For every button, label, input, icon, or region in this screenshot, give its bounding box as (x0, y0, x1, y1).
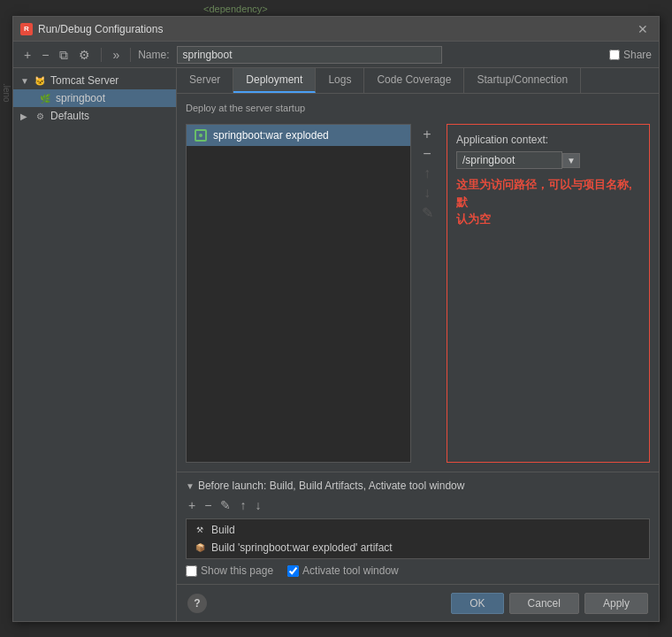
war-exploded-icon (194, 128, 208, 142)
add-config-button[interactable]: + (20, 47, 34, 63)
deployment-content: Deploy at the server startup springboot:… (177, 94, 659, 472)
list-item[interactable]: ⚒ Build (187, 521, 649, 539)
activate-tool-checkbox[interactable] (287, 565, 299, 577)
artifact-action-buttons: + − ↑ ↓ ✎ (418, 124, 436, 463)
tree-item-tomcat[interactable]: ▼ 🐱 Tomcat Server (13, 72, 176, 89)
app-context-input-row: ▼ (456, 151, 640, 169)
name-label: Name: (138, 49, 169, 61)
action-buttons: OK Cancel Apply (451, 593, 648, 614)
edit-artifact-button[interactable]: ✎ (418, 203, 436, 221)
bl-up-button[interactable]: ↑ (237, 497, 248, 513)
before-launch-label: Before launch: Build, Build Artifacts, A… (198, 480, 465, 492)
build-icon: ⚒ (194, 524, 206, 536)
artifact-name: springboot:war exploded (213, 129, 329, 142)
move-down-artifact-button[interactable]: ↓ (418, 184, 436, 202)
spring-icon: 🌿 (38, 91, 52, 105)
add-artifact-button[interactable]: + (418, 126, 436, 143)
config-name-input[interactable] (177, 46, 442, 64)
show-page-checkbox[interactable] (186, 565, 197, 577)
before-launch-list: ⚒ Build 📦 Build 'springboot:war exploded… (186, 518, 650, 559)
app-context-dropdown[interactable]: ▼ (562, 153, 580, 168)
config-tree: ▼ 🐱 Tomcat Server 🌿 springboot ▶ ⚙ Defau… (13, 68, 177, 621)
share-checkbox[interactable] (609, 50, 620, 60)
move-up-artifact-button[interactable]: ↑ (418, 165, 436, 182)
deploy-section-label: Deploy at the server startup (186, 103, 650, 113)
before-launch-toolbar: + − ✎ ↑ ↓ (186, 497, 650, 513)
remove-artifact-button[interactable]: − (418, 145, 436, 163)
show-page-checkbox-label[interactable]: Show this page (186, 564, 273, 577)
bl-edit-button[interactable]: ✎ (218, 497, 233, 513)
share-option: Share (609, 49, 652, 61)
deploy-area: springboot:war exploded + − ↑ ↓ ✎ (186, 124, 650, 463)
copy-config-button[interactable]: ⧉ (56, 47, 72, 63)
tab-deployment[interactable]: Deployment (233, 68, 316, 93)
dialog-titlebar: R Run/Debug Configurations ✕ (13, 17, 659, 42)
bl-down-button[interactable]: ↓ (252, 497, 263, 513)
tomcat-label: Tomcat Server (50, 74, 118, 87)
dialog-bottom-bar: ? OK Cancel Apply (177, 584, 659, 621)
before-launch-arrow[interactable]: ▼ (186, 481, 195, 491)
activate-tool-label: Activate tool window (302, 564, 399, 577)
dialog-icon: R (20, 23, 33, 35)
remove-config-button[interactable]: − (38, 47, 52, 63)
run-debug-dialog: R Run/Debug Configurations ✕ + − ⧉ ⚙ » N… (12, 16, 660, 622)
share-label: Share (623, 49, 652, 61)
tree-arrow-tomcat: ▼ (20, 76, 31, 86)
config-toolbar: + − ⧉ ⚙ » Name: Share (13, 42, 659, 68)
move-config-button[interactable]: ⚙ (75, 47, 94, 63)
dialog-title: Run/Debug Configurations (38, 23, 634, 35)
toolbar-separator (101, 48, 102, 62)
bl-item-label-1: Build 'springboot:war exploded' artifact (211, 541, 393, 554)
help-button[interactable]: ? (187, 594, 207, 613)
before-launch-section: ▼ Before launch: Build, Build Artifacts,… (177, 472, 659, 584)
artifact-list: springboot:war exploded (186, 124, 411, 463)
list-item[interactable]: 📦 Build 'springboot:war exploded' artifa… (187, 539, 649, 556)
show-page-label: Show this page (201, 564, 273, 577)
springboot-label: springboot (56, 92, 105, 104)
tab-startup[interactable]: Startup/Connection (464, 68, 581, 93)
show-page-row: Show this page Activate tool window (186, 564, 650, 577)
app-context-box: Application context: ▼ 这里为访问路径，可以与项目名称,默… (447, 124, 650, 463)
tab-logs[interactable]: Logs (316, 68, 364, 93)
config-right-panel: Server Deployment Logs Code Coverage Sta… (177, 68, 659, 621)
bl-add-button[interactable]: + (186, 497, 198, 513)
app-context-label: Application context: (456, 134, 640, 146)
dialog-body: ▼ 🐱 Tomcat Server 🌿 springboot ▶ ⚙ Defau… (13, 68, 659, 621)
tomcat-icon: 🐱 (33, 73, 47, 88)
activate-tool-checkbox-label[interactable]: Activate tool window (287, 564, 399, 577)
tree-item-defaults[interactable]: ▶ ⚙ Defaults (13, 107, 176, 125)
ok-button[interactable]: OK (451, 593, 503, 614)
app-context-input[interactable] (456, 151, 562, 169)
tab-code-coverage[interactable]: Code Coverage (364, 68, 464, 93)
defaults-icon: ⚙ (33, 109, 47, 123)
tab-server[interactable]: Server (177, 68, 233, 93)
tabs-bar: Server Deployment Logs Code Coverage Sta… (177, 68, 659, 94)
toolbar-separator2 (130, 48, 131, 62)
expand-button[interactable]: » (109, 47, 123, 63)
before-launch-header: ▼ Before launch: Build, Build Artifacts,… (186, 480, 650, 492)
cancel-button[interactable]: Cancel (509, 593, 579, 614)
tree-arrow-defaults: ▶ (20, 111, 31, 121)
artifact-item[interactable]: springboot:war exploded (187, 125, 410, 146)
defaults-label: Defaults (50, 110, 89, 122)
apply-button[interactable]: Apply (584, 593, 648, 614)
annotation-text: 这里为访问路径，可以与项目名称,默 认为空 (456, 176, 640, 228)
tree-item-springboot[interactable]: 🌿 springboot (13, 89, 176, 107)
bl-item-label-0: Build (211, 524, 235, 536)
build-artifact-icon: 📦 (194, 541, 206, 554)
close-button[interactable]: ✕ (634, 20, 652, 38)
artifact-list-container: springboot:war exploded (186, 124, 411, 463)
bl-remove-button[interactable]: − (202, 497, 214, 513)
